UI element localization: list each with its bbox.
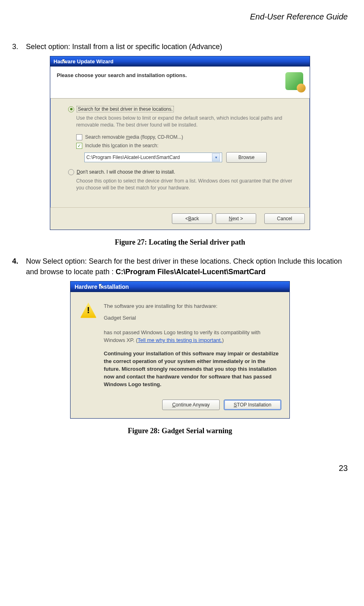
- checkbox-checked-icon: ✓: [76, 143, 82, 149]
- opt2-u: D: [77, 169, 80, 175]
- cb1-label: Search removable media (floppy, CD-ROM..…: [85, 134, 183, 140]
- dialog2-message: The software you are installing for this…: [104, 303, 280, 389]
- continue-anyway-button[interactable]: Continue Anyway: [162, 400, 220, 410]
- wizard-icon: [285, 72, 303, 90]
- cursor-icon: ↖: [98, 282, 104, 290]
- stop-post: TOP Installation: [237, 402, 272, 408]
- stop-u: S: [234, 402, 237, 408]
- page-header: End-User Reference Guide: [12, 12, 348, 21]
- dialog-titlebar[interactable]: Ha↖dware Update Wizard: [50, 56, 310, 67]
- subheader-text: Please choose your search and installati…: [57, 72, 187, 78]
- next-u: N: [229, 216, 232, 221]
- opt2-post: on't search. I will choose the driver to…: [80, 169, 175, 175]
- figure-27-caption: Figure 27: Locating the Serial driver pa…: [12, 238, 348, 247]
- wizard-button-row: < Back Next > Cancel: [50, 207, 310, 230]
- dlg2-device: Gadget Serial: [104, 314, 280, 322]
- dlg2-line2b: ): [222, 337, 224, 343]
- back-u: B: [188, 216, 191, 221]
- radio-selected-icon: [68, 106, 74, 112]
- cb2-post: cation in the search:: [115, 143, 158, 148]
- back-post: ack: [191, 216, 199, 221]
- cb1-pre: Search removable: [85, 134, 126, 140]
- step-4-number: 4.: [12, 256, 26, 277]
- checkbox-unchecked-icon: ✓: [76, 134, 82, 140]
- dlg2-line1: The software you are installing for this…: [104, 303, 280, 310]
- cancel-button[interactable]: Cancel: [264, 213, 305, 224]
- dlg2-bold-warning: Continuing your installation of this sof…: [104, 350, 280, 388]
- opt2-hint: Choose this option to select the device …: [76, 178, 298, 191]
- cb1-u: m: [126, 134, 130, 140]
- browse-button[interactable]: Browse: [226, 152, 267, 163]
- step-3-text: Select option: Install from a list or sp…: [26, 42, 348, 52]
- back-button[interactable]: < Back: [172, 213, 212, 224]
- step-4: 4. Now Select option: Search for the bes…: [12, 256, 348, 277]
- next-post: ext >: [232, 216, 243, 221]
- checkbox-include-location[interactable]: ✓ Include this location in the search:: [76, 143, 298, 149]
- radio-dont-search[interactable]: Don't search. I will choose the driver t…: [68, 169, 298, 175]
- cb2-label: Include this location in the search:: [85, 143, 158, 148]
- title-text-post: dware Update Wizard: [60, 58, 113, 64]
- radio-search-best-driver[interactable]: Search for the best driver in these loca…: [68, 106, 298, 112]
- next-button[interactable]: Next >: [216, 213, 256, 224]
- figure-28-caption: Figure 28: Gadget Serial warning: [12, 427, 348, 435]
- cont-u: C: [172, 402, 176, 408]
- radio-unselected-icon: [68, 169, 74, 175]
- opt1-hint: Use the check boxes below to limit or ex…: [76, 115, 298, 129]
- cont-post: ontinue Anyway: [176, 402, 210, 408]
- title2-post: re Installation: [92, 284, 129, 290]
- checkbox-removable-media[interactable]: ✓ Search removable media (floppy, CD-ROM…: [76, 134, 298, 140]
- stop-installation-button[interactable]: STOP Installation: [224, 400, 281, 410]
- dialog-subheader: Please choose your search and installati…: [50, 67, 310, 99]
- chevron-down-icon[interactable]: ▾: [212, 153, 220, 161]
- radio-label: Search for the best driver in these loca…: [77, 106, 174, 112]
- title2-pre: Hardw: [75, 284, 92, 290]
- cb1-post: edia (floppy, CD-ROM...): [130, 134, 183, 140]
- page-number: 23: [12, 464, 348, 473]
- step-3: 3. Select option: Install from a list or…: [12, 42, 348, 52]
- back-pre: <: [185, 216, 188, 221]
- warning-icon: [80, 303, 96, 318]
- hardware-installation-dialog: Hardw↖re Installation The software you a…: [70, 281, 290, 419]
- dialog2-button-row: Continue Anyway STOP Installation: [71, 392, 289, 418]
- step4-bold: C:\Program Files\Alcatel-Lucent\SmartCar…: [116, 268, 266, 276]
- path-value: C:\Program Files\Alcatel-Lucent\SmartCar…: [86, 155, 180, 160]
- step-3-number: 3.: [12, 42, 26, 52]
- cb2-pre: Include this l: [85, 143, 112, 148]
- cursor-icon: ↖: [62, 57, 67, 65]
- dlg2-line2: has not passed Windows Logo testing to v…: [104, 329, 280, 344]
- radio2-label: Don't search. I will choose the driver t…: [77, 169, 175, 175]
- path-combobox[interactable]: C:\Program Files\Alcatel-Lucent\SmartCar…: [84, 153, 222, 162]
- hardware-update-wizard-dialog: Ha↖dware Update Wizard Please choose you…: [50, 56, 310, 230]
- title-text-pre: Ha: [54, 58, 60, 64]
- dialog2-titlebar[interactable]: Hardw↖re Installation: [71, 282, 289, 292]
- step-4-text: Now Select option: Search for the best d…: [26, 256, 348, 277]
- logo-testing-link[interactable]: Tell me why this testing is important.: [138, 337, 222, 343]
